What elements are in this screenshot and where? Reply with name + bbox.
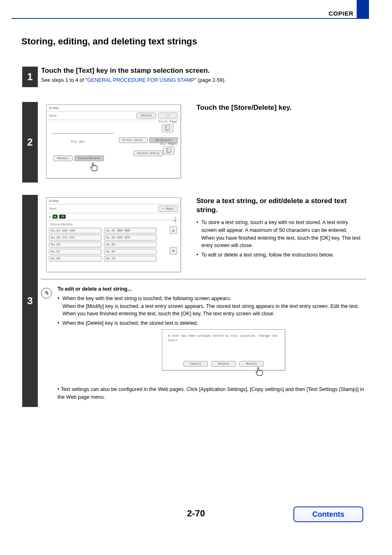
back-button[interactable]: ⬅ Back (158, 206, 178, 212)
svg-rect-3 (168, 148, 171, 152)
section-header: COPIER (328, 10, 353, 17)
dialog-message: A text has been already stored to this l… (162, 330, 285, 345)
arrow-down-icon: ▼ (173, 249, 175, 253)
step2-heading: Touch the [Store/Delete] key. (196, 104, 361, 112)
step-badge-3: 3 (22, 195, 38, 407)
page-title: Storing, editing, and deleting text stri… (21, 36, 197, 47)
list-item[interactable]: No.06 (104, 242, 157, 247)
hand-cursor-icon (255, 367, 264, 377)
direct-entry-button[interactable]: Direct Entry (134, 150, 163, 156)
list-title: Store/Delete (51, 223, 73, 226)
confirm-dialog: A text has been already stored to this l… (162, 329, 285, 370)
step-badge-2: 2 (22, 102, 38, 183)
recall-button[interactable]: Recall (53, 155, 73, 161)
store-delete-panel: Stamp Text ⬅ Back 5 ◆ 10 Store/Delete 1 … (46, 197, 181, 272)
note-line-2: When the [Delete] key is touched, the st… (58, 319, 366, 327)
store-delete-button[interactable]: Store/Delete (74, 155, 104, 161)
list-item[interactable]: No.10 (104, 256, 157, 261)
ok-button[interactable]: OK (158, 113, 178, 118)
page-top: 1 (172, 217, 176, 220)
all-pages-label: All Pages (160, 142, 177, 146)
panel2-title: Stamp (46, 198, 180, 204)
first-page-button[interactable] (162, 124, 173, 132)
step1-subtext: See steps 1 to 4 of "GENERAL PROCEDURE F… (41, 77, 362, 83)
hand-cursor-icon (90, 162, 99, 172)
general-procedure-link[interactable]: GENERAL PROCEDURE FOR USING STAMP (87, 77, 194, 83)
print-color-button[interactable]: Print Color (119, 137, 148, 143)
list-item[interactable]: No.02 BBB BBB (104, 228, 157, 234)
count-left: 5 (49, 215, 51, 219)
note-icon: ✎ (41, 288, 52, 298)
dialog-modify-button[interactable]: Modify (239, 361, 264, 367)
note-title: To edit or delete a text string... (58, 285, 366, 293)
page-bot: 3 (172, 220, 176, 224)
pages-icon (165, 126, 171, 131)
step1-sub-pre: See steps 1 to 4 of " (41, 77, 87, 83)
panel1-subtitle: Text (49, 114, 57, 118)
list-item[interactable]: No.03 CCC CCC (49, 235, 101, 240)
stamp-text-panel: Stamp Text Cancel OK Pre-Set Recall Stor… (46, 104, 181, 178)
panel1-title: Stamp (46, 105, 180, 111)
list-item[interactable]: No.07 (49, 249, 101, 254)
contents-button[interactable]: Contents (293, 506, 363, 522)
dialog-delete-button[interactable]: Delete (211, 361, 236, 367)
preset-label: Pre-Set (71, 140, 85, 143)
note-line-1: When the key with the text string is tou… (58, 295, 366, 318)
list-item[interactable]: No.08 (104, 249, 157, 254)
list-item[interactable]: No.04 DDD DDD (104, 235, 157, 240)
print-color-label: Print Color (123, 139, 143, 142)
step3-bullet-2: To edit or delete a text string, follow … (196, 251, 361, 259)
pages-icon (166, 148, 172, 153)
dialog-cancel-button[interactable]: Cancel (183, 361, 208, 367)
final-note: Text settings can also be configured in … (58, 386, 366, 401)
count-right: 10 (59, 215, 66, 219)
arrow-up-icon: ▲ (173, 229, 175, 232)
dotted-separator (41, 279, 366, 280)
svg-rect-1 (166, 126, 170, 130)
step1-heading: Touch the [Text] key in the stamp select… (41, 67, 362, 75)
text-preview-line (52, 133, 114, 134)
first-page-label: First Page (159, 120, 177, 123)
scroll-up-button[interactable]: ▲ (170, 227, 177, 234)
list-item[interactable]: No.01 AAA AAA (49, 228, 101, 234)
panel2-subtitle: Text (49, 207, 57, 210)
step-badge-1: 1 (22, 67, 38, 87)
scroll-down-button[interactable]: ▼ (170, 247, 177, 254)
list-item[interactable]: No.05 (49, 242, 101, 247)
step3-heading: Store a text string, or edit/delete a st… (196, 197, 361, 215)
back-label: Back (166, 207, 174, 210)
cancel-button[interactable]: Cancel (136, 113, 156, 118)
back-arrow-icon: ⬅ (162, 207, 164, 210)
top-rule (12, 18, 369, 19)
list-item[interactable]: No.09 (49, 256, 101, 261)
all-pages-button[interactable] (163, 146, 175, 155)
step1-sub-post: " (page 2-59). (194, 77, 226, 83)
step3-bullet-1: To store a text string, touch a key with… (196, 219, 361, 250)
top-tab-decoration (357, 0, 369, 19)
